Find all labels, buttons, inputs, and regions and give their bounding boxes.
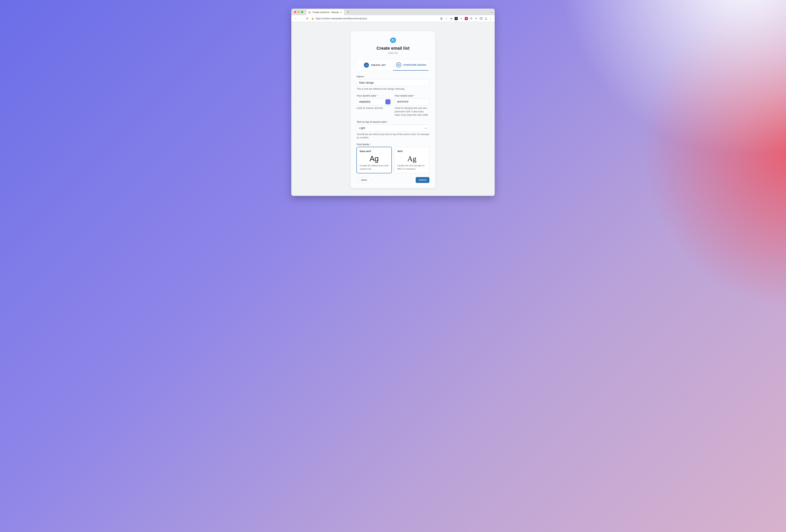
step-indicator: (step 2/2) <box>356 52 430 54</box>
page-viewport: N Create email list (step 2/2) CREATE LI… <box>291 22 495 196</box>
extension-icon-d[interactable]: D <box>460 17 463 20</box>
step-2-label: CONFIGURE DESIGN <box>403 64 426 66</box>
accent-color-swatch[interactable] <box>385 99 390 104</box>
browser-tab[interactable]: Create email list - Newsly × <box>306 9 344 15</box>
font-option-sans-desc: Usually the default sans-serif system fo… <box>360 164 389 170</box>
nav-back-button[interactable]: ← <box>294 17 298 20</box>
kebab-menu-icon[interactable]: ⋮ <box>489 17 492 20</box>
lock-icon: 🔒 <box>311 17 314 20</box>
extension-icon-n[interactable]: N <box>465 17 468 20</box>
tabs-overflow-icon[interactable]: ⌄ <box>491 10 493 13</box>
browser-toolbar: ← → ⟳ 🔒 https://notion-newsletter.test/f… <box>291 15 495 22</box>
font-option-sans-name: Sans-serif <box>360 150 389 153</box>
share-icon[interactable] <box>440 17 443 20</box>
minimize-window-icon[interactable] <box>298 11 300 13</box>
accent-color-label: Your accent color <box>356 94 391 97</box>
step-1-label: CREATE LIST <box>371 64 386 66</box>
app-logo-letter: N <box>392 39 394 42</box>
desktop-wallpaper: Create email list - Newsly × + ⌄ ← → ⟳ 🔒… <box>0 0 786 532</box>
settings-gear-icon[interactable]: ✲ <box>470 17 473 20</box>
toolbar-actions: ☆ ◈ u D N ✲ ✦ ⋮ <box>440 17 492 20</box>
font-option-serif-desc: Usually the font Georgia on 98% of compu… <box>397 164 426 170</box>
svg-point-3 <box>485 18 486 19</box>
text-on-accent-select[interactable]: Light <box>356 124 430 131</box>
name-input[interactable] <box>356 79 430 86</box>
url-text: https://notion-newsletter.test/filament/… <box>316 17 367 20</box>
address-bar[interactable]: 🔒 https://notion-newsletter.test/filamen… <box>311 17 438 20</box>
close-tab-icon[interactable]: × <box>340 11 342 14</box>
step-2-configure-design[interactable]: CONFIGURE DESIGN <box>393 59 430 71</box>
app-logo: N <box>390 37 396 43</box>
brand-color-help: Used for backgrounds and non-prominent s… <box>395 106 430 117</box>
text-on-accent-label: Text on top of accent color <box>356 120 430 123</box>
name-label: Name <box>356 75 430 78</box>
font-family-label: Font family <box>356 143 430 146</box>
close-window-icon[interactable] <box>294 11 296 13</box>
submit-button[interactable]: Submit <box>416 177 430 183</box>
check-icon <box>364 63 369 68</box>
nav-reload-button[interactable]: ⟳ <box>305 17 309 20</box>
name-help: This is how we reference this design int… <box>356 87 430 91</box>
font-option-sans[interactable]: Sans-serif Ag Usually the default sans-s… <box>356 147 392 173</box>
back-button-label: Back <box>362 178 367 182</box>
font-option-sans-sample: Ag <box>360 153 389 164</box>
page-title: Create email list <box>356 46 430 51</box>
brand-color-input[interactable] <box>395 98 430 105</box>
browser-tabstrip: Create email list - Newsly × + ⌄ <box>291 8 495 15</box>
bookmark-star-icon[interactable]: ☆ <box>445 17 448 20</box>
globe-icon <box>308 11 311 14</box>
submit-button-label: Submit <box>419 178 426 182</box>
extension-icon-1[interactable]: u <box>455 17 458 20</box>
font-option-serif-name: Serif <box>397 150 426 153</box>
text-on-accent-help: Sometimes we need to put text on top of … <box>356 133 430 140</box>
browser-window: Create email list - Newsly × + ⌄ ← → ⟳ 🔒… <box>291 8 495 196</box>
extensions-puzzle-icon[interactable]: ✦ <box>475 17 478 20</box>
design-icon <box>396 62 401 67</box>
brand-color-label: Your brand color <box>395 94 430 97</box>
svg-rect-1 <box>480 18 482 20</box>
chevron-left-icon: ‹ <box>360 179 360 182</box>
profile-avatar-icon[interactable] <box>485 17 487 20</box>
window-controls <box>294 11 304 13</box>
accent-color-help: Used for buttons and text. <box>356 106 391 110</box>
font-option-serif[interactable]: Serif Ag Usually the font Georgia on 98%… <box>394 147 430 173</box>
wizard-stepper: CREATE LIST CONFIGURE DESIGN <box>356 59 430 71</box>
onboard-card: N Create email list (step 2/2) CREATE LI… <box>351 31 435 188</box>
fullscreen-window-icon[interactable] <box>301 11 303 13</box>
tab-title: Create email list - Newsly <box>313 11 339 14</box>
extension-diamond-icon[interactable]: ◈ <box>450 17 453 20</box>
step-1-create-list[interactable]: CREATE LIST <box>357 59 393 71</box>
new-tab-button[interactable]: + <box>346 9 350 14</box>
font-option-serif-sample: Ag <box>397 153 426 164</box>
back-button[interactable]: ‹ Back <box>356 177 370 183</box>
nav-forward-button[interactable]: → <box>300 17 303 20</box>
sidepanel-icon[interactable] <box>480 17 483 20</box>
